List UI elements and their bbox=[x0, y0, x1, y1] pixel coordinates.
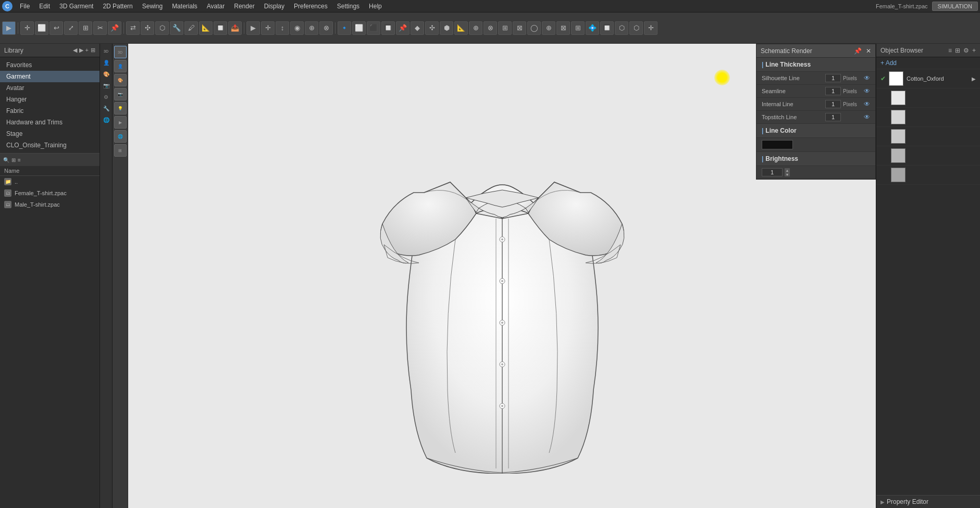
obj-grid-icon[interactable]: ⊞ bbox=[955, 47, 960, 54]
toolbar-sq2[interactable]: ⬜ bbox=[352, 21, 366, 35]
lib-item-garment[interactable]: Garment bbox=[0, 71, 100, 82]
toolbar-select[interactable]: ▶ bbox=[2, 21, 16, 35]
toolbar-gridx[interactable]: ⊠ bbox=[513, 21, 526, 35]
brightness-up[interactable]: ▲ bbox=[785, 168, 790, 172]
internal-eye-icon[interactable]: 👁 bbox=[864, 100, 870, 108]
menu-preferences[interactable]: Preferences bbox=[290, 2, 332, 11]
toolbar-grid2[interactable]: ⊞ bbox=[498, 21, 512, 35]
toolbar-play[interactable]: ▶ bbox=[246, 21, 260, 35]
fabric-item-3[interactable] bbox=[876, 127, 980, 146]
menu-2dpattern[interactable]: 2D Pattern bbox=[98, 2, 137, 11]
panel-pin-icon[interactable]: 📌 bbox=[854, 47, 862, 55]
line-color-swatch[interactable] bbox=[762, 140, 793, 149]
sort-icon[interactable]: ⊞ bbox=[11, 157, 16, 163]
toolbar-pin[interactable]: 📌 bbox=[108, 21, 121, 35]
lib-item-stage[interactable]: Stage bbox=[0, 128, 100, 139]
topstitch-line-input[interactable] bbox=[825, 113, 841, 121]
menu-materials[interactable]: Materials bbox=[168, 2, 202, 11]
thumb-anim[interactable]: ▶ bbox=[114, 116, 127, 129]
fabric-item-1[interactable] bbox=[876, 88, 980, 108]
seamline-eye-icon[interactable]: 👁 bbox=[864, 87, 870, 95]
toolbar-rect[interactable]: ⬜ bbox=[35, 21, 48, 35]
obj-list-icon[interactable]: ≡ bbox=[948, 47, 952, 54]
topstitch-eye-icon[interactable]: 👁 bbox=[864, 113, 870, 121]
menu-settings[interactable]: Settings bbox=[333, 2, 364, 11]
brightness-header[interactable]: Brightness bbox=[756, 152, 875, 166]
toolbar-rotate[interactable]: ↩ bbox=[49, 21, 63, 35]
toolbar-cross2[interactable]: ⊗ bbox=[483, 21, 497, 35]
toolbar-grid3[interactable]: ⊞ bbox=[571, 21, 585, 35]
menu-avatar[interactable]: Avatar bbox=[203, 2, 229, 11]
thumb-grid[interactable]: ⊞ bbox=[114, 144, 127, 157]
thumb-cam[interactable]: 📷 bbox=[114, 88, 127, 100]
thumb-3d[interactable]: 3D bbox=[114, 46, 127, 58]
toolbar-pen[interactable]: 🖊 bbox=[184, 21, 198, 35]
internal-line-input[interactable] bbox=[825, 100, 841, 108]
toolbar-move[interactable]: ✛ bbox=[20, 21, 34, 35]
menu-sewing[interactable]: Sewing bbox=[138, 2, 167, 11]
lib-item-hardware[interactable]: Hardware and Trims bbox=[0, 117, 100, 128]
lib-item-hanger[interactable]: Hanger bbox=[0, 94, 100, 105]
toolbar-measure[interactable]: 📐 bbox=[199, 21, 213, 35]
toolbar-plus5[interactable]: ✛ bbox=[644, 21, 658, 35]
thumb-globe[interactable]: 🌐 bbox=[114, 130, 127, 143]
menu-render[interactable]: Render bbox=[230, 2, 258, 11]
library-add[interactable]: + bbox=[85, 47, 89, 54]
toolbar-cut[interactable]: ✂ bbox=[93, 21, 107, 35]
toolbar-frame[interactable]: 🔲 bbox=[214, 21, 227, 35]
toolbar-cross[interactable]: ⊗ bbox=[319, 21, 333, 35]
lib-item-fabric[interactable]: Fabric bbox=[0, 105, 100, 117]
toolbar-pin2[interactable]: 📌 bbox=[396, 21, 410, 35]
toolbar-add[interactable]: ✛ bbox=[261, 21, 275, 35]
iconbar-globe[interactable]: 🌐 bbox=[101, 115, 111, 125]
toolbar-sym[interactable]: ✣ bbox=[141, 21, 154, 35]
simulation-button[interactable]: SIMULATION bbox=[932, 2, 978, 11]
fabric-item-2[interactable] bbox=[876, 108, 980, 127]
thumb-fabric[interactable]: 🎨 bbox=[114, 74, 127, 86]
toolbar-vert[interactable]: ↕ bbox=[276, 21, 289, 35]
silhouette-eye-icon[interactable]: 👁 bbox=[864, 74, 870, 82]
iconbar-render[interactable]: 🎨 bbox=[101, 69, 111, 79]
toolbar-hex[interactable]: ⬡ bbox=[155, 21, 169, 35]
list-icon[interactable]: ≡ bbox=[18, 157, 21, 163]
fabric-item-0[interactable]: ✔ Cotton_Oxford ▶ bbox=[876, 69, 980, 88]
toolbar-move2[interactable]: ⇄ bbox=[126, 21, 140, 35]
toolbar-frame3[interactable]: 🔲 bbox=[600, 21, 614, 35]
iconbar-wrench[interactable]: 🔧 bbox=[101, 103, 111, 113]
line-thickness-header[interactable]: Line Thickness bbox=[756, 58, 875, 72]
menu-display[interactable]: Display bbox=[260, 2, 289, 11]
toolbar-plus2[interactable]: ⊕ bbox=[305, 21, 318, 35]
lib-item-avatar[interactable]: Avatar bbox=[0, 82, 100, 94]
toolbar-grid[interactable]: ⊞ bbox=[79, 21, 92, 35]
line-color-header[interactable]: Line Color bbox=[756, 124, 875, 138]
toolbar-circ[interactable]: ◉ bbox=[290, 21, 304, 35]
file-item-1[interactable]: 🗂 Female_T-shirt.zpac bbox=[0, 187, 100, 199]
toolbar-hex3[interactable]: ⬡ bbox=[615, 21, 628, 35]
iconbar-3d[interactable]: 3D bbox=[101, 46, 111, 56]
toolbar-hex4[interactable]: ⬡ bbox=[629, 21, 643, 35]
toolbar-fill[interactable]: ⬛ bbox=[367, 21, 380, 35]
fabric-expand-icon[interactable]: ▶ bbox=[972, 76, 976, 82]
lib-item-clo[interactable]: CLO_Onsite_Training bbox=[0, 139, 100, 151]
toolbar-plus4[interactable]: ⊕ bbox=[542, 21, 555, 35]
toolbar-gridx2[interactable]: ⊠ bbox=[556, 21, 570, 35]
menu-edit[interactable]: Edit bbox=[35, 2, 54, 11]
toolbar-diamond[interactable]: 🔹 bbox=[338, 21, 351, 35]
toolbar-plus3[interactable]: ⊕ bbox=[469, 21, 482, 35]
toolbar-ruler[interactable]: 📐 bbox=[454, 21, 468, 35]
menu-3dgarment[interactable]: 3D Garment bbox=[55, 2, 97, 11]
iconbar-camera[interactable]: 📷 bbox=[101, 80, 111, 91]
library-grid-toggle[interactable]: ⊞ bbox=[91, 47, 95, 54]
add-button[interactable]: + Add bbox=[876, 57, 980, 69]
toolbar-wrench[interactable]: 🔧 bbox=[170, 21, 183, 35]
lib-item-favorites[interactable]: Favorites bbox=[0, 59, 100, 71]
toolbar-sym2[interactable]: ✣ bbox=[425, 21, 439, 35]
toolbar-upload[interactable]: 📤 bbox=[228, 21, 242, 35]
iconbar-settings[interactable]: ⚙ bbox=[101, 92, 111, 102]
library-nav-back[interactable]: ◀ bbox=[73, 47, 77, 54]
toolbar-hex2[interactable]: ⬢ bbox=[440, 21, 453, 35]
thumb-light[interactable]: 💡 bbox=[114, 102, 127, 115]
fabric-item-5[interactable] bbox=[876, 166, 980, 185]
file-item-0[interactable]: 📁 .. bbox=[0, 176, 100, 187]
toolbar-frame2[interactable]: 🔲 bbox=[381, 21, 395, 35]
